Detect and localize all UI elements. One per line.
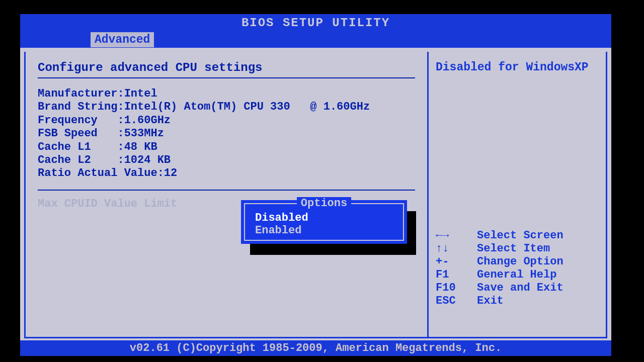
bios-title: BIOS SETUP UTILITY <box>20 14 611 32</box>
key-select-item: ↑↓Select Item <box>436 242 599 255</box>
divider <box>38 77 415 78</box>
key-help-list: ←→Select Screen ↑↓Select Item +-Change O… <box>436 229 599 308</box>
side-help-text: Disabled for WindowsXP <box>436 61 599 74</box>
info-ratio: Ratio Actual Value:12 <box>38 167 415 180</box>
key-select-screen: ←→Select Screen <box>436 229 599 242</box>
left-panel: Configure advanced CPU settings Manufact… <box>26 52 427 337</box>
option-enabled[interactable]: Enabled <box>245 224 403 237</box>
popup-title: Options <box>245 197 403 210</box>
options-popup: Options Disabled Enabled <box>241 200 407 244</box>
section-title: Configure advanced CPU settings <box>38 61 415 74</box>
key-save-exit: F10Save and Exit <box>436 282 599 295</box>
footer-copyright: v02.61 (C)Copyright 1985-2009, American … <box>20 340 611 356</box>
info-frequency: Frequency :1.60GHz <box>38 114 415 127</box>
option-disabled[interactable]: Disabled <box>245 212 403 224</box>
tab-advanced[interactable]: Advanced <box>91 32 154 47</box>
key-change-option: +-Change Option <box>436 255 599 268</box>
info-brand: Brand String:Intel(R) Atom(TM) CPU 330 @… <box>38 101 415 114</box>
info-manufacturer: Manufacturer:Intel <box>38 87 415 101</box>
key-exit: ESCExit <box>436 295 599 308</box>
key-general-help: F1General Help <box>436 268 599 282</box>
content-area: Configure advanced CPU settings Manufact… <box>24 52 607 338</box>
divider-2 <box>38 190 415 191</box>
info-fsb: FSB Speed :533MHz <box>38 127 415 140</box>
info-cache-l1: Cache L1 :48 KB <box>38 141 415 154</box>
right-panel: Disabled for WindowsXP ←→Select Screen ↑… <box>427 52 606 337</box>
info-cache-l2: Cache L2 :1024 KB <box>38 154 415 167</box>
tab-row: Advanced <box>20 32 611 48</box>
